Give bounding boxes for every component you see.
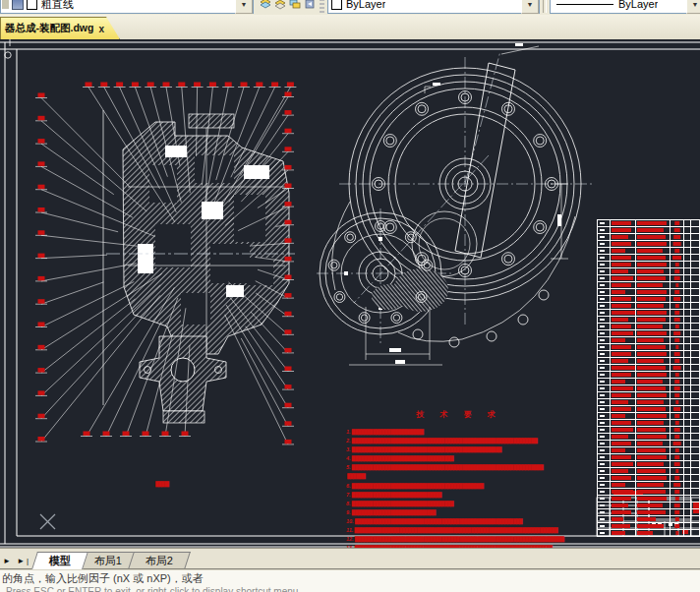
part-number-label bbox=[143, 432, 149, 437]
part-number-label bbox=[285, 165, 292, 170]
current-linetype-name: ByLayer bbox=[618, 0, 658, 10]
part-number-label bbox=[285, 312, 292, 317]
part-number-label bbox=[285, 275, 292, 280]
part-number-label bbox=[285, 367, 292, 372]
parts-table-row bbox=[598, 317, 700, 324]
parts-table-row bbox=[598, 358, 700, 365]
layer-translate-button[interactable] bbox=[288, 0, 301, 13]
parts-table-row bbox=[598, 296, 700, 303]
linetype-combo-arrow[interactable]: ▼ bbox=[686, 0, 700, 14]
layer-previous-button[interactable] bbox=[303, 0, 316, 13]
parts-table-row bbox=[598, 337, 700, 344]
parts-table-row bbox=[598, 509, 700, 516]
parts-table-row bbox=[598, 262, 700, 268]
parts-table-row bbox=[598, 413, 700, 420]
tab-close-icon[interactable]: x bbox=[98, 24, 104, 34]
part-number-label bbox=[241, 83, 248, 88]
parts-table-row bbox=[598, 227, 700, 234]
part-number-label bbox=[225, 83, 232, 88]
part-number-label bbox=[147, 83, 154, 88]
notes-title: 技 术 要 求 bbox=[385, 409, 533, 420]
part-number-label bbox=[38, 323, 45, 327]
note-line: 3.██████████████████████████████████████… bbox=[346, 444, 582, 452]
part-number-label bbox=[38, 390, 45, 395]
parts-table-row bbox=[598, 268, 700, 275]
color-combo[interactable]: ByLayer ▼ bbox=[327, 0, 540, 14]
part-number-label bbox=[38, 276, 45, 281]
parts-table-row bbox=[598, 406, 700, 413]
object-properties-toolbar: 粗直线 ▼ ByLayer ▼ bbox=[0, 0, 700, 15]
note-line: 7.██████████████████████████████ bbox=[346, 489, 582, 498]
parts-table-row bbox=[598, 234, 700, 241]
command-line-panel[interactable]: 的角点，输入比例因子 (nX 或 nXP)，或者 Press ESC or EN… bbox=[0, 568, 700, 592]
part-number-label bbox=[285, 220, 292, 225]
note-line: 9.████████████████████████████ bbox=[346, 506, 582, 515]
note-line: 8.██████████████████████████████████ bbox=[346, 498, 582, 506]
current-color-name: ByLayer bbox=[346, 0, 385, 10]
part-number-label bbox=[38, 437, 45, 442]
linetype-combo[interactable]: ByLayer ▼ bbox=[550, 0, 700, 14]
layer-combo-arrow[interactable]: ▼ bbox=[235, 0, 253, 14]
part-number-label bbox=[285, 440, 292, 444]
parts-table-row bbox=[598, 310, 700, 317]
parts-table-row bbox=[598, 461, 700, 468]
note-line: 6.██████████████████████████████████████… bbox=[346, 480, 582, 489]
toolbar-grip[interactable] bbox=[320, 0, 324, 13]
parts-list-table bbox=[597, 219, 700, 537]
parts-table-row bbox=[598, 365, 700, 372]
part-number-label bbox=[84, 432, 90, 437]
layout-tab-布局2[interactable]: 布局2 bbox=[128, 552, 191, 569]
parts-table-row bbox=[598, 482, 700, 489]
part-number-label bbox=[178, 83, 185, 88]
part-number-label bbox=[86, 83, 92, 88]
parts-table-row bbox=[598, 475, 700, 482]
part-number-label bbox=[285, 238, 292, 243]
part-number-label bbox=[38, 368, 45, 373]
right-view-housing bbox=[317, 43, 594, 365]
part-number-label bbox=[285, 293, 292, 298]
make-objects-layer-current-button[interactable] bbox=[259, 0, 271, 13]
part-number-label bbox=[123, 432, 130, 437]
note-line: 5.██████████████████████████████████████… bbox=[346, 461, 582, 470]
parts-table-row bbox=[598, 454, 700, 461]
color-combo-arrow[interactable]: ▼ bbox=[521, 0, 539, 14]
drawing-file-tab[interactable]: 器总成-装配图.dwg x bbox=[0, 17, 120, 39]
model-space-canvas[interactable]: 技 术 要 求 1.████████████████████████2.████… bbox=[0, 39, 700, 548]
layout-tab-模型[interactable]: 模型 bbox=[31, 552, 88, 569]
left-view-caption: ████▌ bbox=[155, 481, 170, 487]
part-number-label bbox=[100, 83, 107, 88]
part-number-label bbox=[38, 414, 45, 419]
parts-table-row bbox=[598, 255, 700, 262]
parts-table-row bbox=[598, 372, 700, 379]
part-number-label bbox=[103, 432, 110, 437]
parts-table-row bbox=[598, 303, 700, 310]
part-number-label bbox=[285, 110, 292, 115]
parts-table-row bbox=[598, 282, 700, 289]
layer-combo[interactable]: 粗直线 ▼ bbox=[0, 0, 254, 14]
parts-table-row bbox=[598, 248, 700, 255]
parts-table-row bbox=[598, 220, 700, 227]
parts-table-row bbox=[598, 379, 700, 385]
current-linetype-preview bbox=[556, 4, 613, 5]
part-number-label bbox=[285, 202, 292, 207]
layer-properties-button[interactable] bbox=[273, 0, 286, 13]
part-number-label bbox=[38, 230, 45, 235]
parts-table-row bbox=[598, 434, 700, 441]
autocad-window: 粗直线 ▼ ByLayer ▼ bbox=[0, 0, 700, 592]
parts-table-row bbox=[598, 441, 700, 447]
parts-table-row bbox=[598, 516, 700, 523]
layer-buttons-group bbox=[258, 0, 317, 13]
technical-notes: 技 术 要 求 1.████████████████████████2.████… bbox=[346, 409, 582, 548]
parts-table-row bbox=[598, 489, 700, 496]
parts-table-row bbox=[598, 324, 700, 330]
parts-table-row bbox=[598, 496, 700, 503]
left-view-section bbox=[103, 110, 295, 423]
drawing-file-name: 器总成-装配图.dwg bbox=[5, 22, 93, 35]
part-number-label bbox=[162, 432, 169, 437]
parts-table-row bbox=[598, 399, 700, 406]
parts-table-row bbox=[598, 468, 700, 475]
layer-color-swatch bbox=[27, 0, 37, 10]
part-number-label bbox=[285, 421, 292, 426]
part-number-label bbox=[285, 257, 292, 262]
part-number-label bbox=[38, 185, 45, 190]
